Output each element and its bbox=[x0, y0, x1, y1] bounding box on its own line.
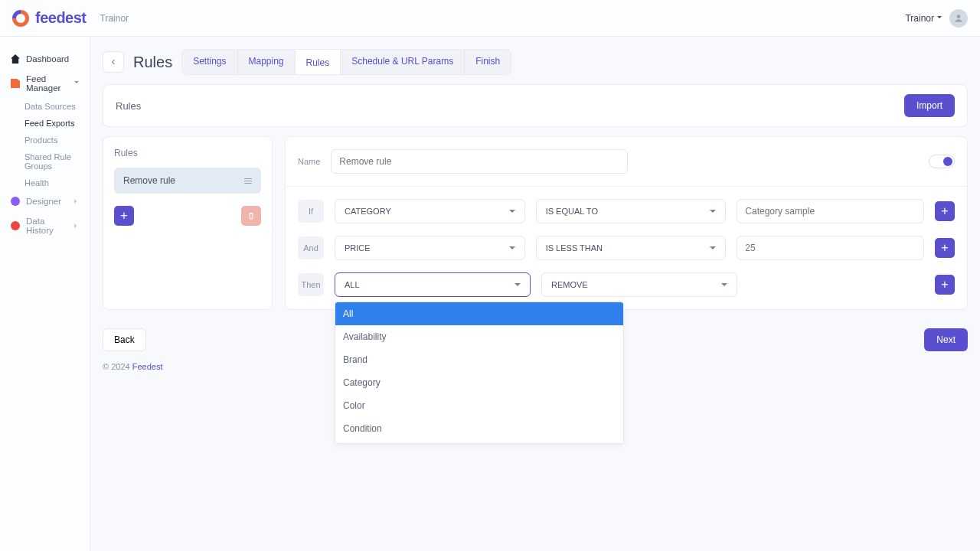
palette-icon bbox=[11, 197, 20, 206]
add-condition-button[interactable]: + bbox=[935, 201, 955, 221]
nav-feed-exports[interactable]: Feed Exports bbox=[24, 115, 90, 132]
add-rule-button[interactable]: + bbox=[114, 206, 134, 226]
chevron-down-icon bbox=[509, 210, 515, 216]
then-field-select[interactable]: ALL bbox=[335, 272, 531, 297]
then-action-select[interactable]: REMOVE bbox=[541, 272, 737, 297]
nav-data-sources[interactable]: Data Sources bbox=[24, 98, 90, 115]
operator-select[interactable]: IS LESS THAN bbox=[536, 236, 727, 260]
svg-point-0 bbox=[957, 15, 961, 18]
nav-label: Feed Manager bbox=[26, 74, 68, 93]
tabs: Settings Mapping Rules Schedule & URL Pa… bbox=[181, 49, 511, 75]
value-input[interactable] bbox=[737, 199, 924, 223]
chevron-down-icon bbox=[710, 210, 716, 216]
tab-settings[interactable]: Settings bbox=[182, 50, 237, 74]
rules-list-panel: Rules Remove rule + bbox=[103, 136, 273, 310]
import-button[interactable]: Import bbox=[904, 94, 955, 117]
rule-enabled-toggle[interactable] bbox=[929, 155, 955, 168]
tab-mapping[interactable]: Mapping bbox=[237, 50, 295, 74]
dropdown-option[interactable]: Brand bbox=[335, 348, 623, 371]
field-select[interactable]: PRICE bbox=[335, 236, 525, 260]
rules-list-title: Rules bbox=[114, 148, 261, 158]
nav-products[interactable]: Products bbox=[24, 132, 90, 148]
chevron-right-icon bbox=[74, 199, 79, 204]
rule-name-input[interactable] bbox=[331, 149, 627, 174]
user-icon bbox=[953, 13, 964, 24]
arrow-left-icon bbox=[109, 57, 118, 67]
rule-editor-panel: Name If CATEGORY IS EQUAL TO + And bbox=[285, 136, 968, 310]
next-button[interactable]: Next bbox=[924, 328, 968, 351]
trash-icon bbox=[247, 211, 256, 220]
keyword-and: And bbox=[298, 236, 324, 259]
rules-toolbar-title: Rules bbox=[116, 100, 141, 112]
nav-label: Dashboard bbox=[26, 54, 69, 64]
dropdown-option[interactable]: Color bbox=[335, 394, 623, 417]
delete-rule-button[interactable] bbox=[241, 206, 261, 226]
brand[interactable]: feedest Trainor bbox=[12, 9, 129, 27]
add-condition-button[interactable]: + bbox=[935, 238, 955, 258]
tab-rules[interactable]: Rules bbox=[295, 50, 341, 74]
rule-item-label: Remove rule bbox=[123, 175, 175, 186]
footer-link[interactable]: Feedest bbox=[132, 362, 163, 371]
dropdown-option[interactable]: Availability bbox=[335, 325, 623, 348]
home-icon bbox=[11, 54, 20, 64]
tab-schedule[interactable]: Schedule & URL Params bbox=[340, 50, 464, 74]
file-icon bbox=[11, 79, 20, 88]
chevron-down-icon bbox=[514, 283, 521, 289]
nav-data-history[interactable]: Data History bbox=[0, 211, 90, 240]
chevron-down-icon bbox=[509, 246, 515, 253]
sidebar: Dashboard Feed Manager Data Sources Feed… bbox=[0, 37, 90, 551]
field-dropdown: All Availability Brand Category Color Co… bbox=[335, 302, 624, 444]
nav-designer[interactable]: Designer bbox=[0, 191, 90, 211]
chevron-down-icon bbox=[74, 81, 79, 86]
keyword-if: If bbox=[298, 200, 324, 223]
logo-icon bbox=[12, 10, 29, 27]
nav-shared-rule-groups[interactable]: Shared Rule Groups bbox=[24, 148, 90, 174]
nav-dashboard[interactable]: Dashboard bbox=[0, 49, 90, 69]
chevron-down-icon bbox=[710, 246, 716, 253]
tab-finish[interactable]: Finish bbox=[464, 50, 511, 74]
dropdown-option[interactable]: Category bbox=[335, 371, 623, 394]
operator-select[interactable]: IS EQUAL TO bbox=[536, 199, 727, 223]
dropdown-option[interactable]: Condition bbox=[335, 417, 623, 440]
nav-feed-manager[interactable]: Feed Manager bbox=[0, 69, 90, 98]
rule-item[interactable]: Remove rule bbox=[114, 168, 261, 194]
back-button[interactable]: Back bbox=[103, 328, 146, 351]
avatar[interactable] bbox=[949, 9, 968, 28]
drag-handle-icon[interactable] bbox=[244, 178, 252, 184]
nav-label: Data History bbox=[26, 217, 68, 235]
value-input[interactable] bbox=[737, 236, 924, 260]
chevron-right-icon bbox=[74, 223, 79, 228]
brand-sub: Trainor bbox=[100, 13, 129, 24]
dropdown-option[interactable]: All bbox=[335, 302, 623, 325]
field-select[interactable]: CATEGORY bbox=[335, 199, 525, 223]
history-icon bbox=[11, 221, 20, 230]
back-arrow-button[interactable] bbox=[103, 51, 124, 73]
add-action-button[interactable]: + bbox=[935, 275, 955, 295]
name-label: Name bbox=[298, 157, 320, 166]
chevron-down-icon bbox=[721, 283, 727, 289]
user-menu[interactable]: Trainor bbox=[905, 13, 942, 24]
dropdown-option[interactable]: Description bbox=[335, 440, 623, 444]
logo-text: feedest bbox=[35, 9, 87, 27]
keyword-then: Then bbox=[298, 273, 324, 296]
nav-label: Designer bbox=[26, 197, 61, 206]
nav-health[interactable]: Health bbox=[24, 174, 90, 191]
rules-toolbar: Rules Import bbox=[103, 84, 968, 127]
page-title: Rules bbox=[133, 54, 172, 71]
